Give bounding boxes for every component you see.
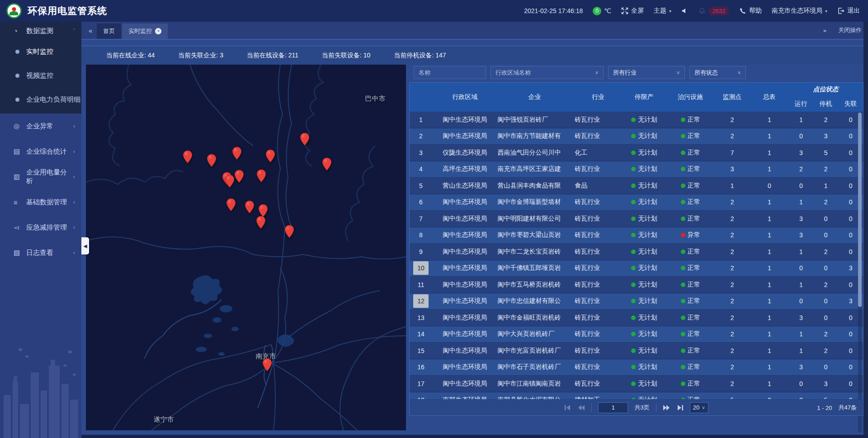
prev-page-icon[interactable] bbox=[578, 405, 585, 411]
status-filter-select[interactable]: 所有状态 ∨ bbox=[689, 66, 746, 79]
map-pin-icon[interactable] bbox=[183, 150, 193, 164]
cell-total-meters: 1 bbox=[750, 231, 789, 239]
tab-bar-right: » 关闭操作 bbox=[823, 22, 862, 39]
tabs-scroll-right-icon[interactable]: » bbox=[823, 27, 826, 34]
chevron-left-icon: ‹ bbox=[73, 250, 75, 256]
tab-realtime-monitoring[interactable]: 实时监控 × bbox=[122, 24, 168, 39]
cell-running: 0 bbox=[788, 132, 813, 140]
sidebar-item[interactable]: ≡ 基础数据管理 ‹ bbox=[0, 189, 81, 215]
table-row[interactable]: 13 阆中生态环境局 阆中市金福旺页岩机砖 砖瓦行业 无计划 正常 2 1 3 … bbox=[410, 310, 863, 326]
theme-dropdown[interactable]: 主题 ▾ bbox=[654, 7, 671, 15]
table-row[interactable]: 4 高坪生态环境局 南充市高坪区王家店建 砖瓦行业 无计划 正常 3 1 2 2… bbox=[410, 161, 863, 178]
next-page-icon[interactable] bbox=[663, 405, 670, 411]
table-row[interactable]: 5 营山生态环境局 营山县润丰肉食品有限 食品 无计划 正常 1 0 0 1 0 bbox=[410, 178, 863, 194]
table-row[interactable]: 7 阆中生态环境局 阆中明阳建材有限公司 砖瓦行业 无计划 正常 2 1 3 0… bbox=[410, 211, 863, 227]
org-dropdown[interactable]: 南充市生态环境局 ▾ bbox=[772, 7, 827, 15]
table-row[interactable]: 16 阆中生态环境局 阆中市石子页岩机砖厂 砖瓦行业 无计划 正常 2 1 3 … bbox=[410, 359, 863, 376]
cell-region: 阆中生态环境局 bbox=[432, 198, 498, 206]
table-row[interactable]: 12 阆中生态环境局 阆中市忠信建材有限公 砖瓦行业 无计划 正常 2 1 0 … bbox=[410, 293, 863, 310]
sidebar-item[interactable]: ◅ 应急减排管理 ‹ bbox=[0, 215, 81, 240]
cell-halted: 0 bbox=[813, 215, 838, 222]
bullet-dot-icon bbox=[15, 50, 19, 54]
panel-collapse-handle[interactable]: ◀ bbox=[81, 237, 89, 254]
submenu-item[interactable]: 实时监控 bbox=[0, 40, 81, 64]
row-index: 6 bbox=[413, 195, 429, 209]
table-row[interactable]: 3 仪陇生态环境局 西南油气田分公司川中 化工 无计划 正常 7 1 3 5 0 bbox=[410, 145, 863, 161]
cell-company: 西南油气田分公司川中 bbox=[498, 149, 572, 157]
map-pin-icon[interactable] bbox=[207, 154, 217, 167]
cell-company: 阆中明阳建材有限公司 bbox=[498, 215, 572, 223]
submenu-data-monitoring: 实时监控 视频监控 企业电力负荷明细 bbox=[0, 40, 81, 112]
last-page-icon[interactable] bbox=[676, 405, 684, 411]
notification-area[interactable]: 2632 bbox=[698, 6, 729, 15]
close-operations-button[interactable]: 关闭操作 bbox=[838, 26, 862, 34]
row-index: 1 bbox=[413, 113, 429, 127]
map-pane[interactable]: 巴中市南充市遂宁市 bbox=[86, 65, 406, 430]
sidebar-item[interactable]: ◎ 企业异常 ‹ bbox=[0, 113, 81, 139]
row-index: 10 bbox=[413, 261, 429, 275]
table-row[interactable]: 11 阆中生态环境局 阆中市五马桥页岩机砖 砖瓦行业 无计划 正常 2 1 1 … bbox=[410, 277, 863, 293]
close-icon[interactable]: × bbox=[155, 28, 161, 34]
table-row[interactable]: 10 阆中生态环境局 阆中千佛镇五郎垭页岩 砖瓦行业 无计划 正常 2 1 0 … bbox=[410, 260, 863, 277]
page-number-input[interactable] bbox=[598, 402, 628, 413]
map-pin-icon[interactable] bbox=[232, 146, 242, 160]
filter-row: 行政区域名称 ∨ 所有行业 ∨ 所有状态 ∨ bbox=[414, 66, 746, 79]
sidebar-item-data-monitoring[interactable]: ◔ 数据监测 ˇ bbox=[0, 22, 81, 40]
fullscreen-button[interactable]: 全屏 bbox=[621, 7, 644, 15]
map-pin-icon[interactable] bbox=[226, 198, 236, 212]
map-pin-icon[interactable] bbox=[234, 170, 244, 183]
cell-halted: 0 bbox=[813, 264, 838, 272]
map-pin-icon[interactable] bbox=[300, 132, 310, 146]
map-pin-icon[interactable] bbox=[262, 358, 272, 372]
tab-home[interactable]: 首页 bbox=[97, 24, 121, 39]
logout-button[interactable]: 退出 bbox=[837, 7, 860, 15]
map-pin-icon[interactable] bbox=[284, 225, 294, 238]
page-size-select[interactable]: 20 ∨ bbox=[690, 402, 708, 413]
map-pin-icon[interactable] bbox=[256, 169, 266, 183]
cell-total-meters: 1 bbox=[750, 380, 789, 387]
table-row[interactable]: 15 阆中生态环境局 阆中市光富页岩机砖厂 砖瓦行业 无计划 正常 2 1 1 … bbox=[410, 343, 863, 359]
help-button[interactable]: 帮助 bbox=[739, 7, 762, 15]
map-roads-layer bbox=[86, 65, 406, 430]
cell-running: 0 bbox=[788, 182, 813, 189]
submenu-item[interactable]: 视频监控 bbox=[0, 64, 81, 88]
cell-total-meters: 1 bbox=[750, 116, 789, 123]
stat-item: 当前失联设备: 10 bbox=[322, 52, 370, 60]
map-pin-icon[interactable] bbox=[225, 174, 235, 188]
region-filter-select[interactable]: 行政区域名称 ∨ bbox=[491, 66, 604, 79]
window-scrollbar-track[interactable] bbox=[863, 22, 868, 438]
table-row[interactable]: 1 阆中生态环境局 阆中强锐页岩砖厂 砖瓦行业 无计划 正常 2 1 1 2 0 bbox=[410, 112, 863, 128]
sidebar-item[interactable]: ▧ 日志查看 ‹ bbox=[0, 240, 81, 265]
map-pin-icon[interactable] bbox=[322, 157, 332, 171]
mute-icon[interactable] bbox=[681, 7, 689, 14]
scrollbar-thumb[interactable] bbox=[858, 113, 862, 307]
submenu-item[interactable]: 企业电力负荷明细 bbox=[0, 88, 81, 112]
industry-filter-select[interactable]: 所有行业 ∨ bbox=[608, 66, 685, 79]
table-row[interactable]: 9 阆中生态环境局 阆中市二龙长宝页岩砖 砖瓦行业 无计划 正常 2 1 1 2… bbox=[410, 244, 863, 260]
table-scrollbar[interactable] bbox=[858, 113, 862, 433]
map-pin-icon[interactable] bbox=[265, 149, 275, 163]
cell-running: 3 bbox=[788, 363, 813, 371]
cell-stop-production: 无计划 bbox=[622, 281, 667, 289]
submenu-item-label: 实时监控 bbox=[26, 47, 53, 56]
status-dot bbox=[681, 266, 685, 270]
tabs-scroll-left-icon[interactable]: « bbox=[89, 27, 92, 34]
first-page-icon[interactable] bbox=[564, 405, 571, 411]
map-pin-icon[interactable] bbox=[256, 216, 266, 229]
table-row[interactable]: 17 阆中生态环境局 阆中市江南镇阆南页岩 砖瓦行业 无计划 正常 2 1 0 … bbox=[410, 376, 863, 392]
table-row[interactable]: 8 阆中生态环境局 阆中市枣碧大梁山页岩 砖瓦行业 无计划 异常 2 1 3 0… bbox=[410, 227, 863, 244]
table-row[interactable]: 14 阆中生态环境局 阆中大兴页岩机砖厂 砖瓦行业 无计划 正常 2 1 1 2… bbox=[410, 326, 863, 343]
map-pin-icon[interactable] bbox=[245, 200, 255, 214]
cell-region: 阆中生态环境局 bbox=[432, 380, 498, 388]
cell-running: 3 bbox=[788, 314, 813, 321]
cell-region: 阆中生态环境局 bbox=[432, 347, 498, 355]
cell-industry: 砖瓦行业 bbox=[572, 347, 622, 355]
sidebar-item[interactable]: ▥ 企业用电量分析 ‹ bbox=[0, 164, 81, 189]
cell-total-meters: 0 bbox=[750, 182, 789, 189]
table-row[interactable]: 2 阆中生态环境局 阆中市南方节能建材有 砖瓦行业 无计划 正常 2 1 0 3… bbox=[410, 128, 863, 145]
table-row[interactable]: 18 南部生态环境局 南部县雅化水泥有限公 建材加工 无计划 正常 5 0 0 … bbox=[410, 392, 863, 400]
name-filter-input[interactable] bbox=[414, 66, 486, 79]
table-row[interactable]: 6 阆中生态环境局 阆中市金博瑞新型墙材 砖瓦行业 无计划 正常 2 1 1 2… bbox=[410, 194, 863, 211]
sidebar-item[interactable]: ▤ 企业综合统计 ‹ bbox=[0, 139, 81, 164]
cell-monitor-points: 2 bbox=[714, 297, 750, 305]
